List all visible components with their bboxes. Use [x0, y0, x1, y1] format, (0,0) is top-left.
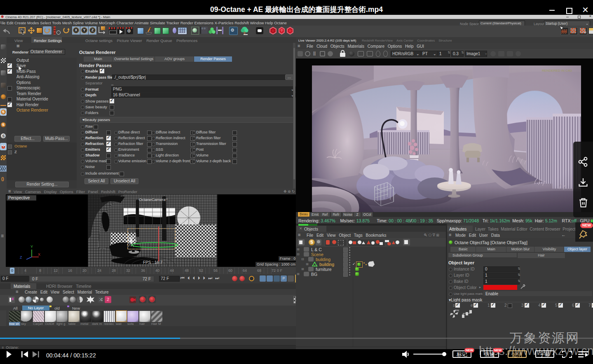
- svg-text:RENDERED IN C4D: RENDERED IN C4D: [542, 69, 572, 72]
- svg-text:Z: Z: [20, 255, 22, 259]
- svg-text:Y: Y: [30, 245, 33, 249]
- svg-text:PREP: PREP: [455, 309, 459, 312]
- svg-text:X: X: [38, 252, 40, 257]
